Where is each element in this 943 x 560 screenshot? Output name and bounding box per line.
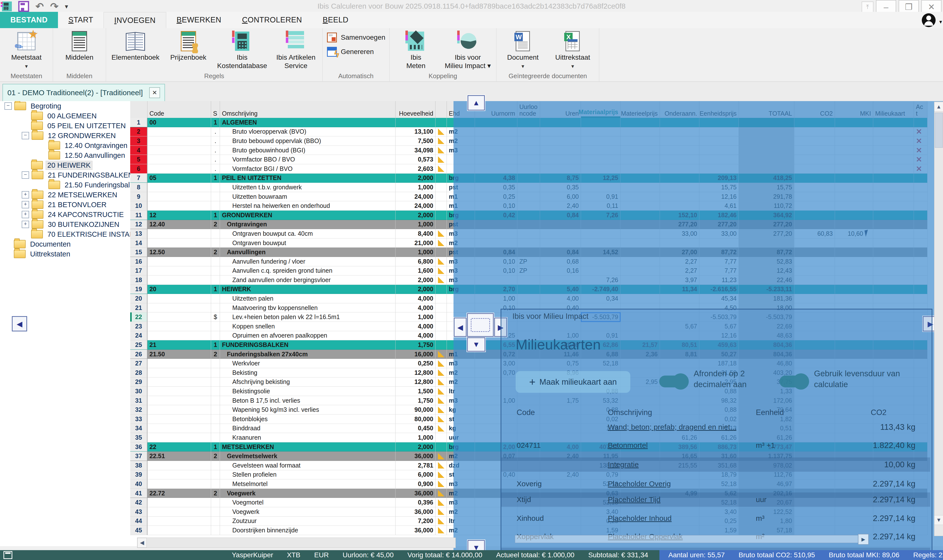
- mk-row[interactable]: XoverigPlaceholder Overig2.297,14 kg: [501, 477, 930, 491]
- column-header-mki[interactable]: MKI: [835, 101, 873, 118]
- cell-num[interactable]: 31: [130, 396, 148, 405]
- cell-num[interactable]: 38: [130, 461, 148, 470]
- horizontal-scrollbar[interactable]: ◀: [137, 538, 456, 548]
- mk-scroll-right-icon[interactable]: ▶: [858, 534, 869, 545]
- tree-item-uittrekstaten[interactable]: Uittrekstaten: [0, 249, 130, 259]
- cell-num[interactable]: 39: [130, 470, 148, 480]
- delete-x-icon[interactable]: ✕: [916, 155, 922, 164]
- meetstaat-ruler-icon[interactable]: [438, 258, 445, 265]
- table-row[interactable]: 13Ontgraven bouwput ca. 40cm8,400m333,00…: [130, 229, 928, 238]
- mk-row[interactable]: Wand; beton; prefab; dragend en niet...1…: [501, 420, 930, 434]
- meetstaat-ruler-icon[interactable]: [438, 360, 445, 367]
- tree-item-21-50-funderingsbalken-2[interactable]: 21.50 Funderingsbalken 2: [0, 180, 130, 190]
- cell-num[interactable]: 40: [130, 479, 148, 489]
- column-header-mp[interactable]: Materiaalprijs: [581, 101, 620, 118]
- cell-num[interactable]: 32: [130, 405, 148, 414]
- meetstaat-ruler-icon[interactable]: [438, 518, 445, 524]
- cell-num[interactable]: 41: [130, 489, 148, 498]
- cell-num[interactable]: 3: [130, 136, 148, 146]
- document-tab[interactable]: 01 - DEMO Traditioneel(2) - [Traditionee…: [3, 84, 165, 101]
- meetstaat-ruler-icon[interactable]: [438, 240, 445, 246]
- cell-num[interactable]: 36: [130, 442, 148, 452]
- meetstaat-ruler-icon[interactable]: [438, 165, 445, 172]
- collapse-icon[interactable]: −: [22, 171, 29, 179]
- cell-num[interactable]: 42: [130, 498, 148, 507]
- delete-x-icon[interactable]: ✕: [916, 127, 922, 136]
- table-row[interactable]: 1512.502Aanvullingen1,000pst0,840,8414,5…: [130, 248, 928, 257]
- column-header-mil[interactable]: Milieukaart: [873, 101, 914, 118]
- cell-num[interactable]: 17: [130, 266, 148, 276]
- tree-item-21-betonvloer[interactable]: +21 BETONVLOER: [0, 200, 130, 209]
- expand-icon[interactable]: +: [22, 191, 29, 198]
- column-header-s[interactable]: S: [211, 101, 220, 118]
- column-header-ep[interactable]: Eenheidsprijs: [699, 101, 739, 118]
- cell-num[interactable]: 43: [130, 507, 148, 517]
- table-row[interactable]: 9Uitzetten bouwraam24,000m10,256,000,911…: [130, 192, 928, 202]
- meetstaat-ruler-icon[interactable]: [438, 527, 445, 533]
- tree-item-22-metselwerken[interactable]: +22 METSELWERKEN: [0, 190, 130, 200]
- tree-item-20-heiwerk[interactable]: 20 HEIWERK: [0, 160, 130, 170]
- meetstaat-ruler-icon[interactable]: [438, 277, 445, 283]
- column-header-uc[interactable]: Uurloo ncode: [517, 101, 540, 118]
- meetstaat-ruler-icon[interactable]: [438, 397, 445, 404]
- ibis-artikelen-service-button[interactable]: Ibis Artikelen Service: [272, 29, 320, 71]
- ribbon-pin-icon[interactable]: ⤒: [861, 2, 874, 12]
- vertical-scrollbar[interactable]: ▲ ▼: [934, 102, 943, 536]
- cell-num[interactable]: 29: [130, 377, 148, 387]
- table-row[interactable]: 7051PEIL EN UITZETTEN2,000brg4,388,7512,…: [130, 174, 928, 183]
- mk-row[interactable]: 024711Betonmortelm³ +11.822,40 kg: [501, 438, 930, 452]
- cell-num[interactable]: 2: [130, 127, 148, 137]
- menu-tab-bestand[interactable]: BESTAND: [0, 12, 58, 28]
- meetstaat-ruler-icon[interactable]: [438, 471, 445, 478]
- expand-icon[interactable]: +: [22, 211, 29, 218]
- delete-x-icon[interactable]: ✕: [916, 137, 922, 145]
- cell-num[interactable]: 44: [130, 517, 148, 526]
- cell-num[interactable]: 18: [130, 275, 148, 285]
- delete-x-icon[interactable]: ✕: [916, 165, 922, 173]
- meetstaat-button[interactable]: ★✎Meetstaat▾: [3, 29, 50, 71]
- table-row[interactable]: 10Herstel na heiwerken en onderhoud24,00…: [130, 201, 928, 211]
- table-row[interactable]: 6.Vormfactor BGI / BVO2,603✕: [130, 164, 928, 174]
- table-row[interactable]: 2.Bruto vloeroppervak (BVO)13,100m2✕: [130, 127, 928, 137]
- cell-num[interactable]: 20: [130, 294, 148, 303]
- meetstaat-ruler-icon[interactable]: [438, 138, 445, 144]
- table-row[interactable]: 5.Vormfactor BBO / BVO0,573✕: [130, 155, 928, 164]
- cell-num[interactable]: 21: [130, 303, 148, 313]
- meetstaat-ruler-icon[interactable]: [438, 462, 445, 469]
- tree-item-begroting[interactable]: −Begroting: [0, 101, 130, 111]
- cell-num[interactable]: 10: [130, 201, 148, 211]
- cell-num[interactable]: 9: [130, 192, 148, 202]
- account-icon[interactable]: [922, 13, 935, 27]
- expand-icon[interactable]: +: [22, 221, 29, 228]
- menu-tab-controleren[interactable]: CONTROLEREN: [232, 12, 312, 28]
- mk-omschrijving-link[interactable]: Wand; beton; prefab; dragend en niet...: [608, 423, 736, 431]
- mk-row[interactable]: XtijdPlaceholder Tijduur2.297,14 kg: [501, 492, 930, 507]
- cell-num[interactable]: 45: [130, 526, 148, 535]
- meetstaat-ruler-icon[interactable]: [438, 407, 445, 413]
- lifespan-toggle[interactable]: [780, 375, 807, 388]
- elementenboek-button[interactable]: Elementenboek: [109, 29, 163, 63]
- tree-item-30-buitenkozijnen[interactable]: +30 BUITENKOZIJNEN: [0, 220, 130, 229]
- meetstaat-ruler-icon[interactable]: [438, 508, 445, 515]
- tree-item-70-elektrische-installa[interactable]: 70 ELEKTRISCHE INSTALLA: [0, 229, 130, 239]
- column-header-oa[interactable]: Onderaann.: [660, 101, 699, 118]
- cell-num[interactable]: 37: [130, 451, 148, 461]
- cell-num[interactable]: 25: [130, 340, 148, 350]
- table-row[interactable]: 3.Bruto bebouwd oppervlak (BBO)7,500m2✕: [130, 136, 928, 146]
- meetstaat-ruler-icon[interactable]: [438, 230, 445, 237]
- tree-item-00-algemeen[interactable]: 00 ALGEMEEN: [0, 111, 130, 121]
- table-row[interactable]: 17Aanvullen c.q. spreiden grond tuinen1,…: [130, 266, 928, 276]
- mk-omschrijving-link[interactable]: Placeholder Inhoud: [608, 514, 672, 523]
- cell-num[interactable]: 15: [130, 248, 148, 257]
- meetstaat-ruler-icon[interactable]: [438, 453, 445, 459]
- cell-num[interactable]: 22: [130, 312, 148, 322]
- account-caret-icon[interactable]: ▾: [939, 19, 942, 25]
- mk-omschrijving-link[interactable]: Placeholder Tijd: [608, 495, 660, 504]
- mk-row[interactable]: Integratie10,00 kg: [501, 457, 930, 472]
- menu-tab-bewerken[interactable]: BEWERKEN: [166, 12, 232, 28]
- samenvoegen-button[interactable]: Samenvoegen: [326, 32, 385, 43]
- ibis-meten-button[interactable]: Ibis Meten: [392, 29, 440, 71]
- prijzenboek-button[interactable]: Prijzenboek: [165, 29, 212, 63]
- meetstaat-ruler-icon[interactable]: [438, 425, 445, 432]
- cell-num[interactable]: 30: [130, 387, 148, 396]
